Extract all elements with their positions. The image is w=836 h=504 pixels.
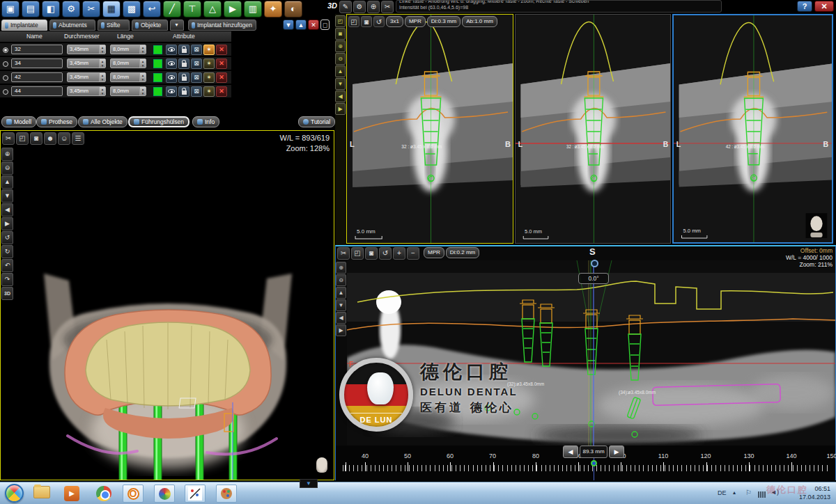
snapshot-icon[interactable]: ◙ <box>361 16 372 27</box>
tray-expand-icon[interactable]: ▴ <box>733 489 736 496</box>
new-project-icon[interactable]: ▣ <box>1 1 20 17</box>
pan-left-icon[interactable]: ◀ <box>1 203 13 216</box>
zoom-out-icon[interactable]: ⊖ <box>336 274 346 286</box>
magnifier-icon[interactable]: ⊕ <box>367 1 380 13</box>
diameter-stepper[interactable]: 3,45mm▴▾ <box>67 72 106 82</box>
start-button[interactable] <box>5 484 24 503</box>
pan-left-icon[interactable]: ◀ <box>336 312 346 324</box>
paint-app-button[interactable] <box>216 485 237 503</box>
length-stepper[interactable]: 8,0mm▴▾ <box>110 86 146 96</box>
row-radio[interactable] <box>3 89 8 95</box>
tilt-right-icon[interactable]: ↷ <box>1 273 13 286</box>
orientation-head-icon[interactable] <box>806 213 828 238</box>
tilt-left-icon[interactable]: ↶ <box>1 259 13 272</box>
stepper-arrows-icon[interactable]: ▴▾ <box>139 45 146 54</box>
visibility-button[interactable] <box>166 45 177 55</box>
panel-close-button[interactable]: ✕ <box>308 19 319 30</box>
measure-angle-icon[interactable]: △ <box>203 1 222 17</box>
panel-collapse-button[interactable]: ▼ <box>283 19 294 30</box>
diameter-stepper[interactable]: 3,45mm▴▾ <box>67 86 106 96</box>
head-side-icon[interactable]: ☺ <box>58 132 70 145</box>
mpr-button[interactable]: MPR <box>424 247 444 258</box>
row-radio[interactable] <box>3 75 8 81</box>
pan-down-icon[interactable]: ▼ <box>335 78 346 90</box>
length-stepper[interactable]: 8,0mm▴▾ <box>110 58 146 68</box>
expand-icon[interactable]: ◰ <box>351 247 364 260</box>
lock-button[interactable] <box>178 72 189 83</box>
stepper-arrows-icon[interactable]: ▴▾ <box>99 73 105 81</box>
zoom-out-icon[interactable]: ⊖ <box>1 162 13 175</box>
prothese-button[interactable]: Prothese <box>36 116 77 127</box>
3d-mode-button[interactable]: 3D <box>1 287 13 300</box>
pan-right-icon[interactable]: ▶ <box>335 103 346 115</box>
pan-left-icon[interactable]: ◀ <box>335 90 346 102</box>
planning-app-button[interactable] <box>185 485 206 503</box>
stepper-arrows-icon[interactable]: ▴▾ <box>139 73 146 81</box>
cross-section-panel-3[interactable]: 42 : ø3.45 x 8.0 mm L B 5.0 mm <box>672 14 833 244</box>
tab-abutments[interactable]: Abutments <box>49 19 95 31</box>
delete-icon[interactable]: ▥ <box>244 1 262 17</box>
settings-icon[interactable]: ⚙ <box>62 1 80 17</box>
implant-name-field[interactable]: 34 <box>11 58 63 68</box>
stepper-arrows-icon[interactable]: ▴▾ <box>139 59 146 68</box>
expand-icon[interactable]: ◰ <box>335 15 346 27</box>
stepper-arrows-icon[interactable]: ▴▾ <box>99 59 105 68</box>
table-row[interactable]: 34 3,45mm▴▾ 8,0mm▴▾ ⊠ ✶ ✕ <box>0 57 231 70</box>
head-front-icon[interactable]: ☻ <box>44 132 56 145</box>
select-icon[interactable]: ▶ <box>224 1 242 17</box>
undo-icon[interactable]: ↩ <box>143 1 161 17</box>
stepper-arrows-icon[interactable]: ▴▾ <box>139 87 146 95</box>
abutment-button[interactable]: ✶ <box>203 86 215 97</box>
modell-button[interactable]: Modell <box>1 116 36 127</box>
panoramic-panel[interactable]: ✂ ◰ ◙ ↺ + − MPR Di:0.2 mm ⊕ ⊖ ▲ ▼ ◀ ▶ S … <box>335 245 836 480</box>
pan-down-icon[interactable]: ▼ <box>1 189 13 203</box>
measure-depth-icon[interactable]: ⊤ <box>183 1 201 17</box>
layout-3x1-button[interactable]: 3x1 <box>386 16 403 27</box>
sphere-app-button[interactable] <box>154 485 175 503</box>
rotate-ccw-icon[interactable]: ↺ <box>1 231 13 244</box>
cross-section-panel-1[interactable]: ◰ ◙ ↺ 3x1 MPR Di:0.3 mm Ab:1.0 mm 32 : ø… <box>346 14 513 244</box>
objekte-dropdown-button[interactable]: ▼ <box>170 19 184 31</box>
zoom-in-icon[interactable]: + <box>393 247 405 260</box>
table-row[interactable]: 42 3,45mm▴▾ 8,0mm▴▾ ⊠ ✶ ✕ <box>0 71 231 84</box>
implant-name-field[interactable]: 32 <box>11 45 63 54</box>
visibility-button[interactable] <box>166 72 177 83</box>
close-icon[interactable]: ✕ <box>814 1 834 12</box>
delete-row-button[interactable]: ✕ <box>216 58 227 69</box>
reset-icon[interactable]: ↺ <box>373 16 385 27</box>
abutment-button[interactable]: ✶ <box>203 72 215 83</box>
expand-icon[interactable]: ◰ <box>16 132 29 145</box>
delete-row-button[interactable]: ✕ <box>216 86 227 97</box>
help-button[interactable]: ? <box>797 1 812 12</box>
chrome-icon[interactable] <box>96 486 111 501</box>
slice-distance-button[interactable]: Di:0.3 mm <box>427 16 460 27</box>
tab-objekte[interactable]: Objekte <box>132 19 168 31</box>
implant-name-field[interactable]: 44 <box>11 86 63 96</box>
row-radio[interactable] <box>3 47 8 53</box>
panel-restore-button[interactable]: ◻ <box>320 19 330 30</box>
orientation-head-icon[interactable] <box>313 455 331 477</box>
reset-icon[interactable]: ↺ <box>379 247 392 260</box>
action-center-flag-icon[interactable]: ⚐ <box>745 489 752 496</box>
sleeve-button[interactable]: ⊠ <box>191 45 202 55</box>
zoom-out-icon[interactable]: − <box>407 247 419 260</box>
zoom-in-icon[interactable]: ⊕ <box>336 262 346 274</box>
explorer-icon[interactable] <box>33 486 50 498</box>
fuehrungshuelsen-button[interactable]: Führungshülsen <box>128 116 189 127</box>
expand-icon[interactable]: ◰ <box>348 16 359 27</box>
contrast-icon[interactable]: ◐ <box>284 1 302 17</box>
pan-up-icon[interactable]: ▲ <box>1 175 13 189</box>
delete-row-button[interactable]: ✕ <box>216 72 227 83</box>
language-indicator[interactable]: DE <box>718 489 727 496</box>
delete-row-button[interactable]: ✕ <box>216 45 227 55</box>
length-stepper[interactable]: 8,0mm▴▾ <box>110 72 146 82</box>
sleeve-button[interactable]: ⊠ <box>191 86 202 97</box>
zoom-in-icon[interactable]: ⊕ <box>335 40 346 52</box>
pan-up-icon[interactable]: ▲ <box>335 65 346 77</box>
pan-up-icon[interactable]: ▲ <box>336 287 346 299</box>
slice-marker-icon[interactable] <box>591 460 597 466</box>
pano-ruler[interactable]: 40 50 60 70 80 90 100 110 120 130 140 15… <box>336 446 835 480</box>
info-button[interactable]: Info <box>192 116 219 127</box>
network-icon[interactable] <box>758 491 766 498</box>
lock-button[interactable] <box>178 86 189 97</box>
